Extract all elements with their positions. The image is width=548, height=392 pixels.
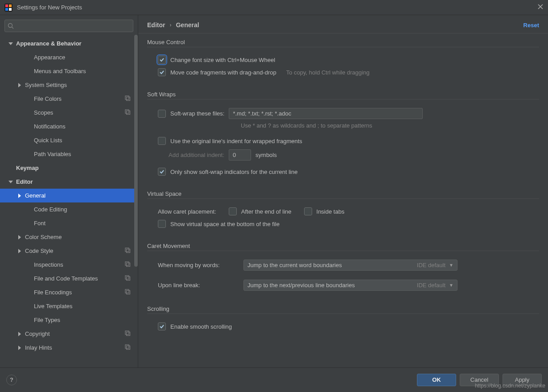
section-mouse-control: Mouse Control Change font size with Ctrl… — [147, 39, 539, 78]
checkbox-smooth-scrolling[interactable] — [158, 322, 166, 330]
sidebar-item-color-scheme[interactable]: Color Scheme — [0, 230, 138, 244]
sidebar-item-keymap[interactable]: Keymap — [0, 161, 138, 175]
sidebar-item-copyright[interactable]: Copyright — [0, 327, 138, 341]
combo-line-break[interactable]: Jump to the next/previous line boundarie… — [243, 280, 457, 291]
checkbox-after-eol[interactable] — [229, 207, 237, 215]
svg-rect-3 — [5, 8, 8, 11]
svg-rect-11 — [125, 248, 129, 252]
sidebar-item-label: Menus and Toolbars — [34, 68, 131, 74]
chevron-right-icon: › — [169, 22, 171, 28]
settings-tree[interactable]: Appearance & BehaviorAppearanceMenus and… — [0, 35, 138, 367]
sidebar-item-label: Inspections — [34, 261, 124, 268]
sidebar-item-file-and-code-templates[interactable]: File and Code Templates — [0, 272, 138, 285]
svg-point-5 — [8, 24, 12, 28]
input-add-indent[interactable] — [229, 149, 251, 161]
search-input[interactable] — [4, 20, 133, 32]
label-by-words: When moving by words: — [158, 262, 239, 268]
svg-rect-17 — [125, 289, 129, 293]
chevron-right-icon — [17, 248, 22, 254]
scheme-icon — [124, 109, 131, 116]
sidebar-item-label: Code Style — [25, 248, 124, 254]
sidebar-item-live-templates[interactable]: Live Templates — [0, 299, 138, 313]
label-smooth-scrolling: Enable smooth scrolling — [170, 323, 232, 330]
sidebar-item-label: General — [25, 192, 131, 199]
label-show-virtual-bottom: Show virtual space at the bottom of the … — [170, 221, 280, 227]
sidebar-item-label: Copyright — [25, 330, 124, 337]
checkbox-only-show-softwrap[interactable] — [158, 168, 166, 176]
scheme-icon — [124, 261, 131, 268]
sidebar-item-appearance-behavior[interactable]: Appearance & Behavior — [0, 37, 138, 50]
sidebar-item-file-colors[interactable]: File Colors — [0, 92, 138, 106]
sidebar-item-label: Notifications — [34, 123, 131, 130]
sidebar-item-font[interactable]: Font — [0, 216, 138, 230]
chevron-down-icon — [8, 179, 13, 185]
section-title: Scrolling — [147, 305, 539, 314]
svg-rect-4 — [9, 8, 12, 11]
sidebar-item-label: Live Templates — [34, 303, 131, 309]
sidebar-item-system-settings[interactable]: System Settings — [0, 78, 138, 92]
section-virtual-space: Virtual Space Allow caret placement: Aft… — [147, 190, 539, 230]
sidebar-item-inspections[interactable]: Inspections — [0, 258, 138, 272]
sidebar-item-label: System Settings — [25, 82, 131, 88]
dialog-footer: ? OK Cancel Apply https://blog.csdn.net/… — [0, 367, 548, 392]
svg-rect-14 — [127, 263, 130, 267]
sidebar-item-label: Quick Lists — [34, 137, 131, 144]
sidebar-scrollbar[interactable] — [133, 35, 138, 367]
sidebar-item-inlay-hints[interactable]: Inlay Hints — [0, 341, 138, 355]
combo-line-break-extra: IDE default — [417, 282, 445, 289]
chevron-right-icon — [17, 193, 22, 198]
svg-rect-10 — [127, 111, 130, 115]
combo-by-words-value: Jump to the current word boundaries — [247, 262, 414, 268]
hint-wildcards: Use * and ? as wildcards and ; to separa… — [241, 122, 372, 129]
sidebar-item-menus-and-toolbars[interactable]: Menus and Toolbars — [0, 64, 138, 78]
combo-line-break-value: Jump to the next/previous line boundarie… — [247, 282, 414, 289]
sidebar-item-path-variables[interactable]: Path Variables — [0, 147, 138, 161]
label-change-font-size: Change font size with Ctrl+Mouse Wheel — [170, 57, 275, 63]
sidebar-item-label: Path Variables — [34, 151, 131, 157]
sidebar-item-file-encodings[interactable]: File Encodings — [0, 285, 138, 299]
close-icon[interactable] — [537, 4, 544, 12]
breadcrumb: Editor › General — [147, 21, 199, 29]
sidebar-item-quick-lists[interactable]: Quick Lists — [0, 133, 138, 147]
checkbox-drag-drop[interactable] — [158, 68, 166, 76]
sidebar-item-general[interactable]: General — [0, 189, 138, 202]
label-inside-tabs: Inside tabs — [317, 208, 345, 215]
sidebar: Appearance & BehaviorAppearanceMenus and… — [0, 15, 138, 367]
label-softwrap-files: Soft-wrap these files: — [170, 110, 224, 117]
checkbox-use-original-indent[interactable] — [158, 137, 166, 145]
sidebar-item-notifications[interactable]: Notifications — [0, 120, 138, 133]
sidebar-item-label: Code Editing — [34, 206, 131, 213]
content-header: Editor › General Reset — [138, 15, 548, 33]
sidebar-item-scopes[interactable]: Scopes — [0, 106, 138, 120]
sidebar-item-appearance[interactable]: Appearance — [0, 50, 138, 64]
checkbox-change-font-size[interactable] — [158, 56, 166, 64]
scheme-icon — [124, 95, 131, 103]
help-button[interactable]: ? — [6, 375, 17, 385]
svg-rect-15 — [125, 276, 129, 279]
label-use-original-indent: Use the original line's indent for wrapp… — [170, 138, 302, 144]
chevron-right-icon — [17, 331, 22, 337]
label-after-eol: After the end of line — [241, 208, 292, 215]
sidebar-item-editor[interactable]: Editor — [0, 175, 138, 189]
watermark: https://blog.csdn.net/zyplanke — [475, 383, 545, 389]
svg-rect-19 — [125, 331, 129, 334]
scheme-icon — [124, 289, 131, 296]
sidebar-item-label: Font — [34, 220, 131, 227]
checkbox-softwrap-files[interactable] — [158, 110, 166, 118]
ok-button[interactable]: OK — [417, 374, 456, 386]
reset-button[interactable]: Reset — [523, 22, 539, 29]
sidebar-item-label: Inlay Hints — [25, 344, 124, 351]
chevron-right-icon — [17, 235, 22, 240]
checkbox-inside-tabs[interactable] — [304, 207, 312, 215]
chevron-down-icon: ▼ — [449, 283, 453, 288]
sidebar-item-label: Editor — [16, 178, 131, 185]
content-pane: Editor › General Reset Mouse Control Cha… — [138, 15, 548, 367]
sidebar-item-code-style[interactable]: Code Style — [0, 244, 138, 258]
checkbox-show-virtual-bottom[interactable] — [158, 220, 166, 228]
sidebar-item-file-types[interactable]: File Types — [0, 313, 138, 327]
breadcrumb-editor[interactable]: Editor — [147, 21, 165, 29]
input-softwrap-patterns[interactable] — [229, 108, 423, 119]
sidebar-item-code-editing[interactable]: Code Editing — [0, 202, 138, 216]
section-scrolling: Scrolling Enable smooth scrolling — [147, 305, 539, 333]
combo-by-words[interactable]: Jump to the current word boundaries IDE … — [243, 260, 457, 271]
